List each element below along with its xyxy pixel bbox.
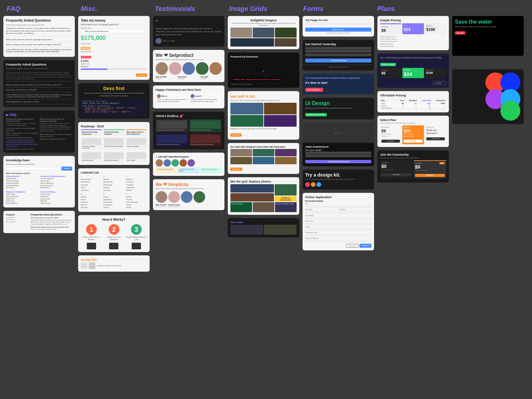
sell-btn[interactable]: Buy Now bbox=[230, 133, 241, 137]
form-back-btn[interactable]: Previous bbox=[346, 244, 358, 248]
sp-business-btn[interactable]: Contact Us bbox=[426, 137, 445, 140]
join-more-btn[interactable]: Go there → bbox=[433, 81, 446, 85]
kb-cat1: Getting Started → bbox=[6, 175, 38, 177]
jc-unl-badge: HOT bbox=[439, 162, 445, 164]
plan-s2-price: $24 bbox=[404, 27, 422, 32]
image-grids-column: Delightful Imagery Explore Setproduct fo… bbox=[228, 16, 299, 272]
gs-create-btn[interactable]: Get Started Now bbox=[305, 59, 371, 63]
emotions-img-placeholder: ◉ bbox=[262, 69, 265, 72]
jekki-input2[interactable] bbox=[305, 155, 371, 157]
aff-th-ent: Enterprise bbox=[432, 99, 446, 102]
we-love-card: We ❤ Setproduct More than 1,200+ custome… bbox=[153, 50, 224, 82]
person1-avatar bbox=[156, 62, 168, 75]
devs-card: Devs first Setproduct is aimed to equip … bbox=[78, 83, 150, 119]
faq-title-2: Frequently Asked Questions bbox=[6, 63, 72, 66]
form-next-btn[interactable]: Continue bbox=[359, 244, 371, 248]
happy-customers-card: Happy Customers are here here Mike G. "T… bbox=[153, 85, 224, 108]
how-it-works-card: How it Works? 1 Create a New Tab in a Br… bbox=[78, 215, 150, 252]
faq-col1-q4: What type of creature is a Whytail? bbox=[6, 137, 39, 139]
we-love-sub: More than 1,200+ customers purchased our… bbox=[156, 59, 222, 61]
form-dob-input[interactable] bbox=[305, 217, 371, 220]
try-signup-btn[interactable]: Sign Up Free bbox=[305, 28, 371, 32]
roadmap-thumb3 bbox=[127, 138, 146, 145]
sp-personal-label: PERSONAL bbox=[381, 127, 400, 128]
ui-design-title: Ui Design bbox=[305, 100, 371, 106]
see-btn[interactable]: See more bbox=[230, 168, 242, 171]
brand-colors-card bbox=[452, 69, 524, 124]
try-email-input[interactable] bbox=[305, 23, 371, 25]
see-img4 bbox=[230, 157, 252, 164]
mix-easy: Easy to start With a Team bbox=[275, 202, 297, 212]
form-last-input[interactable] bbox=[339, 211, 372, 214]
sp-personal-btn[interactable]: Buy Now bbox=[381, 140, 400, 143]
sp1-role: Alekandra Alexion bbox=[156, 206, 167, 207]
mix-smart-text: Smart Timesacer bbox=[231, 203, 251, 205]
design-kit-title: Design kits bbox=[81, 258, 147, 261]
faq-icon-3: ▶ bbox=[6, 113, 9, 117]
sell-img4 bbox=[264, 115, 297, 127]
person3-avatar bbox=[183, 62, 195, 75]
client-text1: Great experience working with this team bbox=[157, 129, 187, 131]
lettered-c1-header: A bbox=[81, 176, 102, 178]
sp-personal: PERSONAL $9 Font and & featuresDashboard… bbox=[380, 125, 401, 144]
aff-r3-ent: ∞ bbox=[432, 107, 446, 110]
jc-unl-price: $9 bbox=[415, 164, 445, 170]
gs-email-input[interactable] bbox=[305, 50, 371, 53]
donate-btn[interactable]: Donate bbox=[455, 31, 466, 35]
main-grid: Frequently Asked Questions Of the known … bbox=[0, 16, 532, 278]
plan-s1-price: $9 bbox=[381, 28, 400, 33]
form-lbl-gender: Gender bbox=[305, 226, 371, 228]
jekki-name: Jekki Analüückerli bbox=[305, 145, 371, 148]
form-emp-input[interactable] bbox=[305, 234, 371, 237]
mortgage-lbl-current: Current value bbox=[81, 43, 147, 45]
t2-avatar bbox=[191, 94, 195, 98]
jekki-input1[interactable] bbox=[305, 152, 371, 154]
faq-support-q2: Of the known planets which one is neares… bbox=[31, 226, 72, 228]
delightful-card: Delightful Imagery Explore Setproduct fo… bbox=[228, 16, 299, 49]
gs-pwd-input[interactable] bbox=[305, 54, 371, 56]
faq-card-2: Frequently Asked Questions Of the known … bbox=[3, 60, 75, 107]
lettered-c3-header: C bbox=[126, 176, 147, 178]
form-title-input[interactable] bbox=[305, 205, 371, 208]
lettered-c6-items: FashionFinancialFood & BeverageForestryG… bbox=[126, 196, 147, 209]
form-gender-input[interactable] bbox=[305, 228, 371, 231]
join-text: Join 1,000 Setproduct customers and star… bbox=[380, 56, 446, 59]
kb-articles-label: Help and Support articles bbox=[6, 172, 72, 174]
ui-try-btn[interactable]: Show You The Tep bbox=[305, 113, 327, 116]
kb-search-btn[interactable]: Search bbox=[62, 167, 72, 171]
mortgage-q: What about your mortgage payment? bbox=[81, 23, 147, 26]
aff-th-adv: Advanced bbox=[418, 99, 432, 102]
affordable-pricing-card: Affordable Pricing Plan Free Standard Ad… bbox=[377, 91, 449, 112]
start-btn[interactable]: Start for Free bbox=[305, 88, 323, 92]
join-btn[interactable]: Start For Free bbox=[380, 63, 396, 66]
see-what-title: See what other designers have made with … bbox=[230, 146, 297, 148]
kb-search-input[interactable] bbox=[6, 167, 61, 170]
step3-label: Design Nothing Without a Limit bbox=[126, 236, 147, 241]
plan-s3-price: $198 bbox=[426, 27, 445, 32]
ui-design-card: Ui Design Building & Lauching web sites … bbox=[303, 98, 374, 120]
clients-endless-card: Client's Endless 💕 Great experience work… bbox=[153, 112, 224, 149]
jc-std-btn[interactable]: Free Now bbox=[381, 173, 411, 176]
form-designer-input[interactable] bbox=[305, 239, 371, 242]
client-card3: Professional components for devs bbox=[156, 133, 188, 147]
roadmap-i3-title: React Native Android iOS components bbox=[127, 131, 146, 135]
mortgage-card: Take my money What about your mortgage p… bbox=[78, 16, 150, 80]
gs-name-input[interactable] bbox=[305, 47, 371, 50]
form-first-input[interactable] bbox=[305, 211, 338, 214]
select-plan-sub: Join the standard, find resources, learn… bbox=[380, 122, 446, 124]
buyer-av1 bbox=[156, 159, 163, 167]
mortgage-btn[interactable]: Loanko bbox=[136, 73, 147, 77]
client-img4 bbox=[191, 135, 220, 143]
lettered-c6-header: F bbox=[126, 193, 147, 195]
form-phone-input[interactable] bbox=[305, 222, 371, 225]
faq-col2-q3: What type of creature is a Whytail? bbox=[40, 138, 72, 140]
mix-flex-text: Flexible for Customization bbox=[275, 197, 296, 201]
plan-s1: Personal $9 bbox=[380, 23, 401, 34]
jc-unl-btn[interactable]: Buy Now bbox=[415, 174, 445, 177]
sp-product-btn[interactable]: Buy Now bbox=[404, 140, 422, 143]
client-card1: Great experience working with this team bbox=[156, 119, 188, 132]
design-kit-text: Available for Sketch, Figma & XD bbox=[97, 265, 121, 267]
join-pb-price: $198 bbox=[426, 71, 445, 74]
jekki-btn[interactable]: Get Started Training it! bbox=[305, 160, 371, 163]
devs-sub: Setproduct is aimed to equip every devel… bbox=[81, 92, 147, 97]
